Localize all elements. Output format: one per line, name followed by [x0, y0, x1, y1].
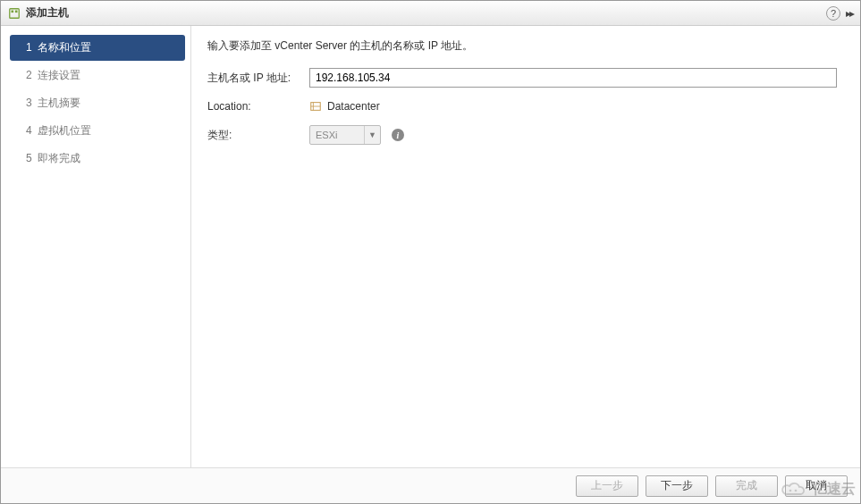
window-title: 添加主机 [26, 5, 826, 21]
finish-button: 完成 [715, 475, 778, 497]
wizard-sidebar: 1名称和位置 2连接设置 3主机摘要 4虚拟机位置 5即将完成 [1, 26, 191, 467]
step-label: 名称和位置 [38, 41, 91, 54]
back-button: 上一步 [576, 475, 638, 497]
info-icon[interactable]: i [392, 129, 404, 141]
host-icon [8, 7, 21, 20]
step-label: 即将完成 [38, 152, 80, 164]
titlebar: 添加主机 ? ▸▸ [1, 1, 860, 26]
step-number: 4 [26, 124, 32, 137]
sidebar-step-finish[interactable]: 5即将完成 [10, 146, 185, 172]
hostname-label: 主机名或 IP 地址: [207, 71, 309, 86]
wizard-content: 输入要添加至 vCenter Server 的主机的名称或 IP 地址。 主机名… [191, 26, 860, 467]
sidebar-step-name-location[interactable]: 1名称和位置 [10, 35, 185, 61]
form-description: 输入要添加至 vCenter Server 的主机的名称或 IP 地址。 [207, 38, 844, 54]
row-hostname: 主机名或 IP 地址: [207, 68, 844, 88]
datacenter-icon [309, 100, 322, 113]
sidebar-step-summary[interactable]: 3主机摘要 [10, 90, 185, 116]
step-number: 5 [26, 152, 32, 164]
help-icon[interactable]: ? [826, 6, 840, 21]
step-label: 连接设置 [38, 69, 80, 81]
svg-rect-0 [10, 8, 20, 18]
sidebar-step-connection[interactable]: 2连接设置 [10, 63, 185, 88]
row-type: 类型: ESXi ▼ i [207, 125, 844, 145]
next-button[interactable]: 下一步 [646, 475, 708, 497]
chevron-down-icon: ▼ [364, 126, 380, 144]
step-number: 1 [26, 41, 32, 54]
hostname-input[interactable] [309, 68, 837, 88]
dialog-body: 1名称和位置 2连接设置 3主机摘要 4虚拟机位置 5即将完成 输入要添加至 v… [1, 26, 860, 467]
type-label: 类型: [207, 128, 309, 143]
expand-icon[interactable]: ▸▸ [846, 7, 853, 20]
cancel-button[interactable]: 取消 [785, 475, 848, 497]
location-value: Datacenter [327, 100, 380, 113]
location-value-container: Datacenter [309, 100, 380, 113]
type-dropdown-value: ESXi [310, 130, 364, 140]
row-location: Location: Datacenter [207, 100, 844, 113]
sidebar-step-vm-location[interactable]: 4虚拟机位置 [10, 118, 185, 144]
step-number: 2 [26, 69, 32, 81]
location-label: Location: [207, 100, 309, 113]
svg-rect-1 [12, 10, 14, 13]
type-dropdown[interactable]: ESXi ▼ [309, 125, 381, 145]
svg-rect-2 [15, 10, 18, 13]
add-host-dialog: 添加主机 ? ▸▸ 1名称和位置 2连接设置 3主机摘要 4虚拟机位置 5即将完… [0, 0, 861, 504]
step-label: 主机摘要 [38, 97, 80, 109]
step-label: 虚拟机位置 [38, 124, 91, 137]
step-number: 3 [26, 97, 32, 109]
dialog-footer: 上一步 下一步 完成 取消 [1, 467, 860, 503]
